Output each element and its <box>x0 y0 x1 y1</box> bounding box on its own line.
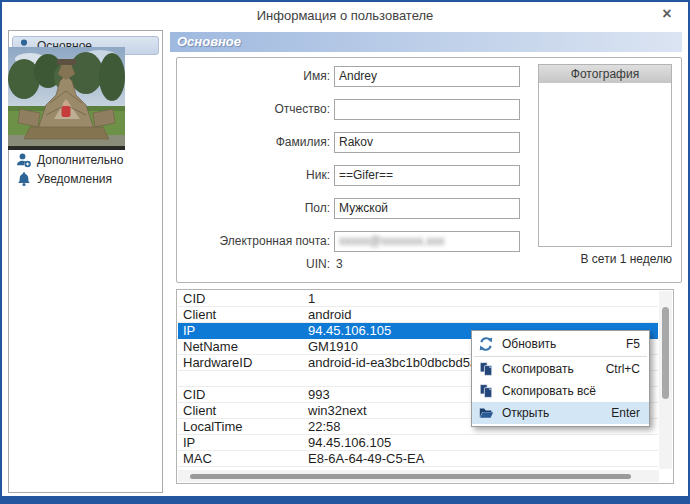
gender-label: Пол: <box>180 198 330 219</box>
surname-input[interactable]: Rakov <box>334 132 520 153</box>
table-row[interactable]: Clientandroid <box>178 307 658 323</box>
menu-item-open[interactable]: Открыть Enter <box>472 402 649 424</box>
sidebar-item-label: Уведомления <box>37 172 112 186</box>
open-folder-icon <box>478 405 494 421</box>
obscured-email-text: xxxxx@xxxxxxx.xxx <box>339 234 445 248</box>
user-photo <box>8 47 125 150</box>
menu-item-shortcut: Enter <box>611 406 640 420</box>
section-header: Основное <box>170 32 682 52</box>
menu-item-shortcut: Ctrl+C <box>606 362 640 376</box>
bell-icon <box>16 171 32 187</box>
table-row[interactable]: CID1 <box>178 291 658 307</box>
menu-item-copy-all[interactable]: Скопировать всё <box>472 380 649 402</box>
vertical-scrollbar[interactable] <box>659 291 672 469</box>
nickname-input[interactable]: ==Gifer== <box>334 165 520 186</box>
copy-icon <box>478 383 494 399</box>
photo-box: Фотография <box>538 64 672 247</box>
menu-item-label: Обновить <box>502 337 618 351</box>
sidebar-item-label: Дополнительно <box>37 153 123 167</box>
photo-header: Фотография <box>539 65 671 83</box>
name-label: Имя: <box>180 66 330 87</box>
close-button[interactable]: × <box>658 5 676 23</box>
menu-item-refresh[interactable]: Обновить F5 <box>472 333 649 355</box>
email-label: Электронная почта: <box>180 231 330 252</box>
sidebar-item-notifications[interactable]: Уведомления <box>12 169 159 188</box>
menu-item-label: Открыть <box>502 406 603 420</box>
email-input[interactable]: xxxxx@xxxxxxx.xxx <box>334 231 520 252</box>
surname-label: Фамилия: <box>180 132 330 153</box>
uin-label: UIN: <box>180 257 330 271</box>
table-row[interactable]: MACE8-6A-64-49-C5-EA <box>178 451 658 467</box>
online-status: В сети 1 неделю <box>581 252 672 266</box>
copy-icon <box>478 361 494 377</box>
menu-item-label: Скопировать всё <box>502 384 632 398</box>
nickname-label: Ник: <box>180 165 330 186</box>
refresh-icon <box>478 336 494 352</box>
sidebar-item-additional[interactable]: Дополнительно <box>12 150 159 169</box>
horizontal-scrollbar-thumb[interactable] <box>190 474 631 479</box>
patronymic-input[interactable] <box>334 99 520 120</box>
horizontal-scrollbar[interactable] <box>178 470 659 482</box>
patronymic-label: Отчество: <box>180 99 330 120</box>
user-info-window: Информация о пользователе × Основное Дом… <box>0 0 690 504</box>
uin-value: 3 <box>336 257 343 271</box>
vertical-scrollbar-thumb[interactable] <box>662 307 669 399</box>
user-plus-icon <box>16 152 32 168</box>
window-title: Информация о пользователе <box>0 2 690 30</box>
menu-item-copy[interactable]: Скопировать Ctrl+C <box>472 358 649 380</box>
context-menu: Обновить F5 Скопировать Ctrl+C Скопирова… <box>471 330 650 427</box>
name-input[interactable]: Andrey <box>334 66 520 87</box>
menu-separator <box>474 356 647 357</box>
table-row[interactable]: IP94.45.106.105 <box>178 435 658 451</box>
menu-item-shortcut: F5 <box>626 337 640 351</box>
gender-input[interactable]: Мужской <box>334 198 520 219</box>
menu-item-label: Скопировать <box>502 362 598 376</box>
